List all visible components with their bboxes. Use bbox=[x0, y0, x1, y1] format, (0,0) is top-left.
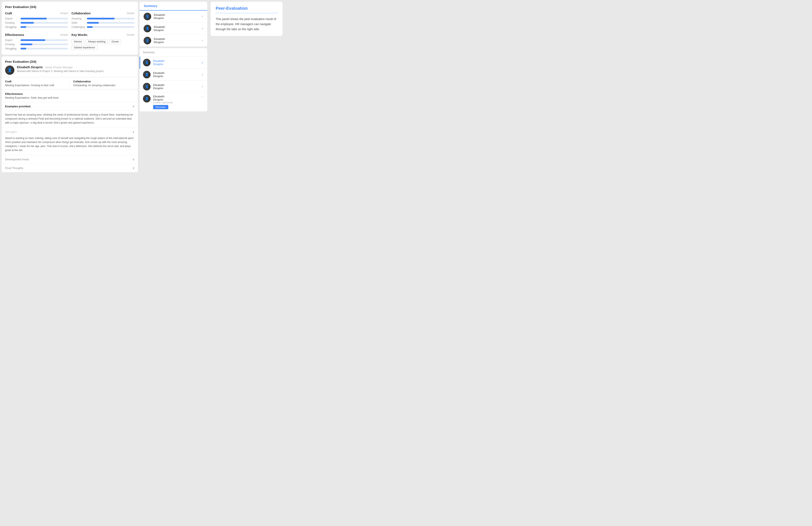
summary-bottom-person-3[interactable]: 👤 ElisabethDicaprio ✓ bbox=[140, 81, 207, 93]
craft-label-struggling: Struggling bbox=[5, 26, 19, 29]
evaluator-desc: Worked with Naomi in Project 3. Working … bbox=[17, 70, 104, 73]
check-icon-1: ✓ bbox=[201, 15, 204, 18]
eff-track-expert bbox=[20, 39, 68, 41]
craft-fill-struggling bbox=[20, 26, 26, 28]
top-panel: Peer Evaluation (3/4) Craft Details Expe… bbox=[2, 2, 138, 55]
craft-track-expert bbox=[20, 18, 68, 19]
person-avatar-b1: 👤 bbox=[143, 59, 150, 66]
effectiveness-header: Effectiveness Details bbox=[5, 33, 68, 36]
summary-bottom-person-1[interactable]: 👤 ElisabethDicaprio ✓ bbox=[140, 57, 207, 69]
craft-bar-growing: Growing bbox=[5, 21, 68, 24]
person-avatar-inner-b2: 👤 bbox=[143, 71, 150, 78]
eff-bar-expert: Expert bbox=[5, 39, 68, 42]
middle-column: Summary 👤 ElisabethDicaprio ✓ 👤 Elisabet… bbox=[140, 0, 207, 526]
strengths-header[interactable]: Strengths ∨ bbox=[5, 128, 134, 136]
summary-person-1[interactable]: 👤 ElisabethDicaprio ✓ bbox=[140, 11, 207, 22]
keyword-grown: Grown bbox=[109, 39, 121, 44]
bottom-panel-title: Peer Evaluation (3/4) bbox=[5, 60, 134, 63]
person-b4-details: ElisabethDicaprio (Leader appointed) Rem… bbox=[153, 95, 199, 109]
craft-fill-expert bbox=[20, 18, 47, 19]
person-avatar-1: 👤 bbox=[144, 13, 151, 20]
collab-header: Collaboration Details bbox=[71, 12, 134, 15]
examples-title: Examples provided: bbox=[5, 105, 31, 108]
person-avatar-inner-1: 👤 bbox=[144, 13, 151, 20]
keywords-details-link[interactable]: Details bbox=[127, 33, 134, 36]
eval-eff-label: Effectiveness bbox=[5, 92, 134, 95]
evaluator-name-role: Elisabeth Dicaprio Senior Product Manage… bbox=[17, 65, 104, 69]
eval-grid: Craft Meeting Expectations: Growing in t… bbox=[2, 77, 138, 90]
person-name-b1: ElisabethDicaprio bbox=[153, 59, 199, 66]
eff-fill-expert bbox=[20, 39, 45, 41]
collab-fill-solid bbox=[87, 22, 99, 24]
collab-fill-challenging bbox=[87, 26, 92, 28]
craft-bar-struggling: Struggling bbox=[5, 26, 68, 29]
info-panel-title: Peer-Evaluation bbox=[216, 6, 277, 13]
collab-bar-amazing: Amazing bbox=[71, 17, 134, 20]
eff-bar-growing: Growing bbox=[5, 43, 68, 46]
eval-craft-cell: Craft Meeting Expectations: Growing in t… bbox=[2, 77, 70, 90]
keywords-header: Key Words: Details bbox=[71, 33, 134, 36]
eval-effectiveness-cell: Effectiveness Meeting Expectations: Soli… bbox=[2, 90, 138, 102]
eval-craft-value: Meeting Expectations: Growing in their c… bbox=[5, 84, 66, 87]
keywords-section: Key Words: Details Genius Always working… bbox=[71, 33, 134, 51]
evaluator-info: 👤 Elisabeth Dicaprio Senior Product Mana… bbox=[5, 65, 134, 75]
top-panel-grid: Craft Details Expert Growing bbox=[5, 12, 134, 51]
keywords-tags: Genius Always working Grown Gained exper… bbox=[71, 39, 134, 50]
chevron-down-icon-final: ∨ bbox=[132, 166, 134, 170]
summary-panel-bottom: Summary 👤 ElisabethDicaprio ✓ 👤 Elisabet… bbox=[140, 48, 207, 111]
summary-bottom-person-2[interactable]: 👤 ElisabethDicaprio ✓ bbox=[140, 69, 207, 81]
effectiveness-section: Effectiveness Details Expert Growing bbox=[5, 33, 68, 51]
check-icon-3: ✓ bbox=[201, 39, 204, 42]
strengths-section: Strengths ∨ Naomi is working so hard, tr… bbox=[2, 127, 138, 155]
effectiveness-details-link[interactable]: Details bbox=[60, 33, 68, 36]
examples-body: Naomi has had an amazing year, climbing … bbox=[5, 111, 134, 127]
eval-collab-label: Collaboration bbox=[73, 80, 134, 83]
dots-icon[interactable]: ··· bbox=[201, 95, 204, 99]
person-avatar-inner-2: 👤 bbox=[144, 25, 151, 32]
strengths-body: Naomi is working so hard, training, taki… bbox=[5, 136, 134, 155]
collab-label-amazing: Amazing bbox=[71, 17, 85, 20]
person-name-b2: ElisabethDicaprio bbox=[153, 71, 199, 78]
person-avatar-3: 👤 bbox=[144, 37, 151, 44]
craft-track-struggling bbox=[20, 26, 68, 28]
examples-header[interactable]: Examples provided: ∧ bbox=[5, 102, 134, 111]
final-thoughts-label: Final Thoughts bbox=[5, 166, 23, 170]
keywords-title: Key Words: bbox=[71, 33, 88, 36]
strengths-title: Strengths bbox=[5, 130, 17, 134]
collab-track-solid bbox=[87, 22, 134, 24]
eff-fill-growing bbox=[20, 44, 32, 45]
craft-header: Craft Details bbox=[5, 12, 68, 15]
chevron-down-icon-strengths: ∨ bbox=[132, 130, 134, 134]
keyword-always-working: Always working bbox=[86, 39, 108, 44]
collab-title: Collaboration bbox=[71, 12, 90, 15]
page-wrapper: Peer Evaluation (3/4) Craft Details Expe… bbox=[0, 0, 812, 526]
development-areas-row[interactable]: Development Areas ∨ bbox=[2, 155, 138, 164]
summary-bottom-person-4[interactable]: 👤 ElisabethDicaprio (Leader appointed) R… bbox=[140, 93, 207, 111]
collab-label-challenging: Challenging bbox=[71, 26, 85, 29]
right-column: Peer-Evaluation This panel shows the pee… bbox=[207, 0, 812, 526]
info-panel: Peer-Evaluation This panel shows the pee… bbox=[211, 2, 282, 36]
bottom-panel: Peer Evaluation (3/4) 👤 Elisabeth Dicapr… bbox=[2, 56, 138, 172]
craft-details-link[interactable]: Details bbox=[60, 12, 68, 15]
final-thoughts-row[interactable]: Final Thoughts ∨ bbox=[2, 164, 138, 172]
avatar-inner: 👤 bbox=[5, 65, 14, 75]
person-avatar-inner-b4: 👤 bbox=[143, 95, 150, 103]
collab-details-link[interactable]: Details bbox=[127, 12, 134, 15]
eval-craft-label: Craft bbox=[5, 80, 66, 83]
eff-label-struggling: Struggling bbox=[5, 47, 19, 50]
summary-panel-top: Summary 👤 ElisabethDicaprio ✓ 👤 Elisabet… bbox=[140, 2, 207, 46]
eval-collab-value: Outstanding: An amazing collaborator bbox=[73, 84, 134, 87]
keyword-genius: Genius bbox=[71, 39, 84, 44]
person-sub-b4: (Leader appointed) bbox=[153, 101, 199, 104]
summary-person-3[interactable]: 👤 ElisabethDicaprio ✓ bbox=[140, 35, 207, 46]
summary-person-2[interactable]: 👤 ElisabethDicaprio ✓ bbox=[140, 22, 207, 35]
person-avatar-b2: 👤 bbox=[143, 71, 150, 78]
craft-fill-growing bbox=[20, 22, 34, 24]
left-column: Peer Evaluation (3/4) Craft Details Expe… bbox=[0, 0, 140, 526]
collab-track-challenging bbox=[87, 26, 134, 28]
reminder-button[interactable]: Reminder bbox=[153, 105, 168, 109]
summary-tab[interactable]: Summary bbox=[140, 2, 207, 11]
craft-track-growing bbox=[20, 22, 68, 24]
evaluator-details: Elisabeth Dicaprio Senior Product Manage… bbox=[17, 65, 104, 73]
check-icon-b2: ✓ bbox=[201, 73, 204, 76]
